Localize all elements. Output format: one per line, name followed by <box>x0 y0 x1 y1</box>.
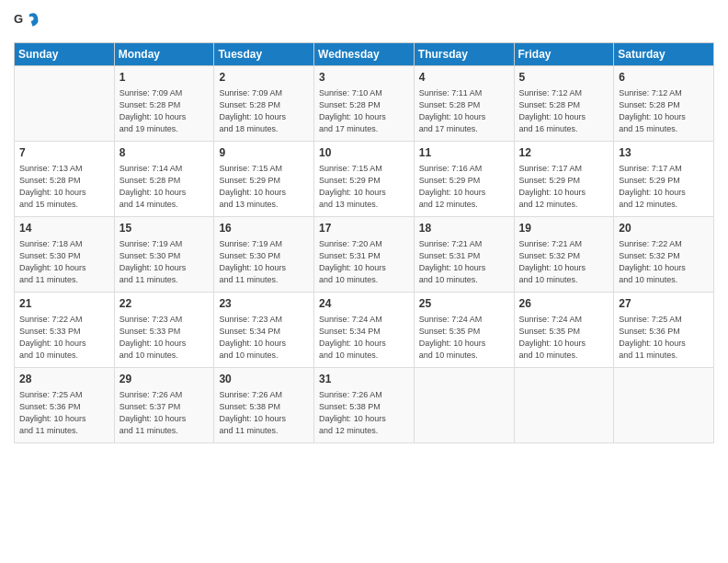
calendar-cell: 17Sunrise: 7:20 AMSunset: 5:31 PMDayligh… <box>314 217 415 293</box>
weekday-header-friday: Friday <box>514 43 614 66</box>
calendar-week-row: 14Sunrise: 7:18 AMSunset: 5:30 PMDayligh… <box>15 217 714 293</box>
day-info: Sunrise: 7:14 AMSunset: 5:28 PMDaylight:… <box>119 163 210 211</box>
weekday-header-row: SundayMondayTuesdayWednesdayThursdayFrid… <box>15 43 714 66</box>
day-number: 19 <box>519 221 609 236</box>
day-number: 17 <box>319 221 409 236</box>
logo-icon: G <box>14 9 40 35</box>
day-number: 13 <box>619 145 709 161</box>
day-info: Sunrise: 7:20 AMSunset: 5:31 PMDaylight:… <box>319 238 409 286</box>
day-info: Sunrise: 7:13 AMSunset: 5:28 PMDaylight:… <box>19 163 109 211</box>
day-number: 18 <box>419 221 509 236</box>
day-number: 7 <box>19 145 109 161</box>
calendar-cell: 26Sunrise: 7:24 AMSunset: 5:35 PMDayligh… <box>514 293 614 368</box>
day-number: 8 <box>119 145 210 161</box>
calendar-cell: 25Sunrise: 7:24 AMSunset: 5:35 PMDayligh… <box>414 293 514 368</box>
weekday-header-wednesday: Wednesday <box>314 43 415 66</box>
calendar-cell: 12Sunrise: 7:17 AMSunset: 5:29 PMDayligh… <box>514 142 614 217</box>
day-info: Sunrise: 7:25 AMSunset: 5:36 PMDaylight:… <box>619 314 709 362</box>
calendar-cell: 31Sunrise: 7:26 AMSunset: 5:38 PMDayligh… <box>314 368 415 443</box>
day-info: Sunrise: 7:17 AMSunset: 5:29 PMDaylight:… <box>519 163 609 211</box>
day-number: 9 <box>219 145 309 161</box>
day-info: Sunrise: 7:26 AMSunset: 5:37 PMDaylight:… <box>119 389 210 437</box>
weekday-header-thursday: Thursday <box>414 43 514 66</box>
day-info: Sunrise: 7:19 AMSunset: 5:30 PMDaylight:… <box>119 238 210 286</box>
calendar-cell: 22Sunrise: 7:23 AMSunset: 5:33 PMDayligh… <box>114 293 214 368</box>
day-number: 10 <box>319 145 409 161</box>
page: G SundayMondayTuesdayWednesdayThursdayFr… <box>0 0 728 563</box>
day-info: Sunrise: 7:17 AMSunset: 5:29 PMDaylight:… <box>619 163 709 211</box>
day-info: Sunrise: 7:21 AMSunset: 5:31 PMDaylight:… <box>419 238 509 286</box>
calendar-cell: 23Sunrise: 7:23 AMSunset: 5:34 PMDayligh… <box>214 293 314 368</box>
calendar-cell: 19Sunrise: 7:21 AMSunset: 5:32 PMDayligh… <box>514 217 614 293</box>
day-number: 23 <box>219 296 309 312</box>
day-number: 25 <box>419 296 509 312</box>
day-info: Sunrise: 7:11 AMSunset: 5:28 PMDaylight:… <box>419 87 509 135</box>
calendar-cell: 7Sunrise: 7:13 AMSunset: 5:28 PMDaylight… <box>15 142 115 217</box>
calendar-cell: 5Sunrise: 7:12 AMSunset: 5:28 PMDaylight… <box>514 66 614 142</box>
calendar-body: 1Sunrise: 7:09 AMSunset: 5:28 PMDaylight… <box>15 66 714 443</box>
day-number: 21 <box>19 296 109 312</box>
day-number: 4 <box>419 70 509 86</box>
calendar-cell: 14Sunrise: 7:18 AMSunset: 5:30 PMDayligh… <box>15 217 115 293</box>
day-number: 12 <box>519 145 609 161</box>
calendar-cell: 15Sunrise: 7:19 AMSunset: 5:30 PMDayligh… <box>114 217 214 293</box>
svg-text:G: G <box>14 12 23 26</box>
calendar-cell: 9Sunrise: 7:15 AMSunset: 5:29 PMDaylight… <box>214 142 314 217</box>
day-number: 11 <box>419 145 509 161</box>
day-info: Sunrise: 7:23 AMSunset: 5:33 PMDaylight:… <box>119 314 210 362</box>
calendar-week-row: 7Sunrise: 7:13 AMSunset: 5:28 PMDaylight… <box>15 142 714 217</box>
day-info: Sunrise: 7:21 AMSunset: 5:32 PMDaylight:… <box>519 238 609 286</box>
weekday-header-tuesday: Tuesday <box>214 43 314 66</box>
day-info: Sunrise: 7:12 AMSunset: 5:28 PMDaylight:… <box>519 87 609 135</box>
weekday-header-saturday: Saturday <box>614 43 714 66</box>
calendar-cell <box>414 368 514 443</box>
calendar-cell: 21Sunrise: 7:22 AMSunset: 5:33 PMDayligh… <box>15 293 115 368</box>
day-number: 28 <box>19 372 109 387</box>
weekday-header-sunday: Sunday <box>15 43 115 66</box>
day-info: Sunrise: 7:10 AMSunset: 5:28 PMDaylight:… <box>319 87 409 135</box>
day-number: 24 <box>319 296 409 312</box>
day-info: Sunrise: 7:09 AMSunset: 5:28 PMDaylight:… <box>119 87 210 135</box>
day-info: Sunrise: 7:24 AMSunset: 5:35 PMDaylight:… <box>519 314 609 362</box>
day-info: Sunrise: 7:09 AMSunset: 5:28 PMDaylight:… <box>219 87 309 135</box>
day-number: 5 <box>519 70 609 86</box>
calendar-cell: 16Sunrise: 7:19 AMSunset: 5:30 PMDayligh… <box>214 217 314 293</box>
day-number: 16 <box>219 221 309 236</box>
calendar-cell: 30Sunrise: 7:26 AMSunset: 5:38 PMDayligh… <box>214 368 314 443</box>
day-number: 29 <box>119 372 210 387</box>
day-number: 3 <box>319 70 409 86</box>
logo: G <box>14 9 41 35</box>
calendar-cell: 18Sunrise: 7:21 AMSunset: 5:31 PMDayligh… <box>414 217 514 293</box>
calendar-cell <box>614 368 714 443</box>
calendar-header: SundayMondayTuesdayWednesdayThursdayFrid… <box>15 43 714 66</box>
calendar-cell: 27Sunrise: 7:25 AMSunset: 5:36 PMDayligh… <box>614 293 714 368</box>
day-number: 26 <box>519 296 609 312</box>
day-info: Sunrise: 7:25 AMSunset: 5:36 PMDaylight:… <box>19 389 109 437</box>
calendar-cell: 10Sunrise: 7:15 AMSunset: 5:29 PMDayligh… <box>314 142 415 217</box>
day-number: 20 <box>619 221 709 236</box>
calendar-cell: 20Sunrise: 7:22 AMSunset: 5:32 PMDayligh… <box>614 217 714 293</box>
day-number: 30 <box>219 372 309 387</box>
calendar-week-row: 21Sunrise: 7:22 AMSunset: 5:33 PMDayligh… <box>15 293 714 368</box>
weekday-header-monday: Monday <box>114 43 214 66</box>
day-number: 2 <box>219 70 309 86</box>
day-info: Sunrise: 7:15 AMSunset: 5:29 PMDaylight:… <box>319 163 409 211</box>
day-info: Sunrise: 7:26 AMSunset: 5:38 PMDaylight:… <box>319 389 409 437</box>
day-number: 14 <box>19 221 109 236</box>
day-info: Sunrise: 7:22 AMSunset: 5:33 PMDaylight:… <box>19 314 109 362</box>
calendar-table: SundayMondayTuesdayWednesdayThursdayFrid… <box>14 42 714 443</box>
calendar-cell <box>15 66 115 142</box>
calendar-cell <box>514 368 614 443</box>
day-info: Sunrise: 7:18 AMSunset: 5:30 PMDaylight:… <box>19 238 109 286</box>
day-info: Sunrise: 7:24 AMSunset: 5:35 PMDaylight:… <box>419 314 509 362</box>
calendar-cell: 8Sunrise: 7:14 AMSunset: 5:28 PMDaylight… <box>114 142 214 217</box>
day-info: Sunrise: 7:22 AMSunset: 5:32 PMDaylight:… <box>619 238 709 286</box>
day-info: Sunrise: 7:26 AMSunset: 5:38 PMDaylight:… <box>219 389 309 437</box>
calendar-cell: 11Sunrise: 7:16 AMSunset: 5:29 PMDayligh… <box>414 142 514 217</box>
day-number: 6 <box>619 70 709 86</box>
day-info: Sunrise: 7:16 AMSunset: 5:29 PMDaylight:… <box>419 163 509 211</box>
day-info: Sunrise: 7:12 AMSunset: 5:28 PMDaylight:… <box>619 87 709 135</box>
calendar-cell: 29Sunrise: 7:26 AMSunset: 5:37 PMDayligh… <box>114 368 214 443</box>
day-number: 15 <box>119 221 210 236</box>
day-number: 1 <box>119 70 210 86</box>
